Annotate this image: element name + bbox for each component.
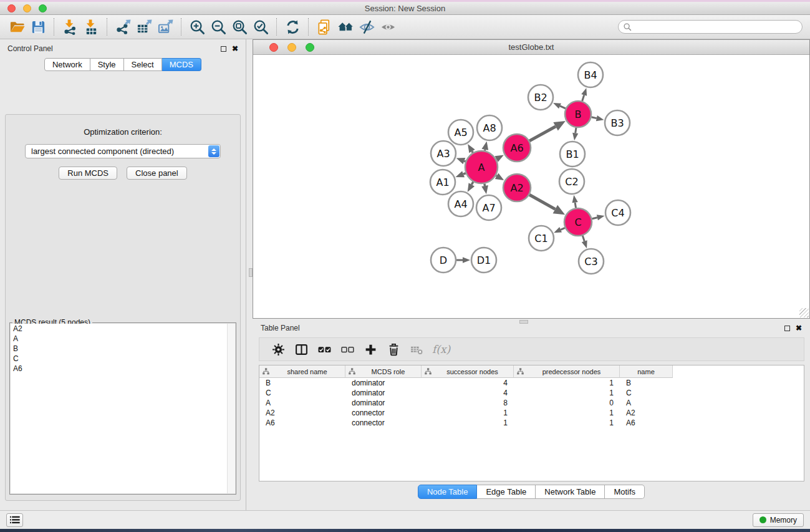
graph-node-A7[interactable]: A7 xyxy=(476,195,501,220)
export-table-button[interactable] xyxy=(133,17,155,37)
column-header-shared-name[interactable]: shared name xyxy=(259,365,345,378)
import-table-button[interactable] xyxy=(80,17,102,37)
table-cell[interactable]: dominator xyxy=(345,388,422,398)
graph-node-A6[interactable]: A6 xyxy=(503,134,531,162)
graph-node-D[interactable]: D xyxy=(431,248,456,273)
mcds-result-item[interactable]: C xyxy=(11,354,235,364)
table-settings-button[interactable] xyxy=(267,340,290,359)
graph-node-A5[interactable]: A5 xyxy=(448,120,473,145)
minimize-network-window-button[interactable] xyxy=(287,43,296,52)
graph-edge-C-C2[interactable] xyxy=(572,195,578,208)
column-header-name[interactable]: name xyxy=(620,365,673,378)
table-cell[interactable]: A xyxy=(620,398,673,408)
split-divider-grip[interactable] xyxy=(249,268,253,277)
column-header-successor-nodes[interactable]: successor nodes xyxy=(422,365,514,378)
float-panel-icon[interactable] xyxy=(221,46,226,52)
zoom-in-button[interactable] xyxy=(186,17,208,37)
graph-node-A1[interactable]: A1 xyxy=(430,170,455,195)
table-cell[interactable]: A2 xyxy=(259,408,345,418)
refresh-network-button[interactable] xyxy=(282,17,303,37)
graph-node-B2[interactable]: B2 xyxy=(528,85,553,110)
zoom-selected-button[interactable] xyxy=(250,17,271,37)
float-table-panel-icon[interactable] xyxy=(784,326,790,331)
network-window-titlebar[interactable]: testGlobe.txt xyxy=(253,40,809,55)
select-all-checkboxes-button[interactable] xyxy=(313,340,336,359)
graph-node-B[interactable]: B xyxy=(565,101,591,127)
graph-edge-B-B1[interactable] xyxy=(572,128,578,140)
graph-edge-A-A7[interactable] xyxy=(481,184,488,195)
table-cell[interactable]: 1 xyxy=(514,408,620,418)
memory-button[interactable]: Memory xyxy=(753,513,804,527)
table-cell[interactable]: A6 xyxy=(259,418,345,428)
export-network-button[interactable] xyxy=(112,17,133,37)
table-cell[interactable]: A xyxy=(259,398,345,408)
table-cell[interactable]: A2 xyxy=(620,408,673,418)
mcds-result-item[interactable]: A2 xyxy=(11,324,235,334)
close-table-panel-icon[interactable]: ✖ xyxy=(796,324,802,332)
table-cell[interactable]: connector xyxy=(345,408,422,418)
graph-node-C1[interactable]: C1 xyxy=(529,226,554,251)
zoom-fit-button[interactable] xyxy=(229,17,250,37)
show-columns-button[interactable] xyxy=(290,340,313,359)
close-network-window-button[interactable] xyxy=(269,43,278,52)
add-column-button[interactable] xyxy=(359,340,382,359)
graph-edge-C-C4[interactable] xyxy=(592,215,604,220)
export-image-button[interactable] xyxy=(155,17,176,37)
close-panel-button[interactable]: Close panel xyxy=(127,167,187,180)
search-field[interactable] xyxy=(618,20,803,34)
graph-node-B1[interactable]: B1 xyxy=(560,142,585,167)
table-cell[interactable]: 0 xyxy=(514,398,620,408)
graph-edge-A-A4[interactable] xyxy=(468,182,475,192)
graph-node-B4[interactable]: B4 xyxy=(578,62,603,87)
table-cell[interactable]: 4 xyxy=(422,388,514,398)
mcds-result-item[interactable]: B xyxy=(11,344,235,354)
split-divider-grip[interactable] xyxy=(519,320,528,324)
graph-node-C3[interactable]: C3 xyxy=(579,249,604,274)
zoom-out-button[interactable] xyxy=(208,17,229,37)
graph-node-A4[interactable]: A4 xyxy=(448,191,473,216)
window-resize-grip[interactable] xyxy=(799,308,809,317)
function-builder-button[interactable]: f(x) xyxy=(432,343,450,355)
table-cell[interactable]: dominator xyxy=(345,398,422,408)
show-graphics-details-button[interactable] xyxy=(377,17,398,37)
table-tab-network-table[interactable]: Network Table xyxy=(536,485,605,499)
close-panel-icon[interactable]: ✖ xyxy=(232,45,238,52)
table-row[interactable]: A2connector11A2 xyxy=(259,408,804,418)
table-tab-edge-table[interactable]: Edge Table xyxy=(477,485,536,499)
hide-panels-button[interactable] xyxy=(356,17,377,37)
graph-edge-B-B4[interactable] xyxy=(581,88,587,101)
result-list-scrollbar[interactable] xyxy=(227,324,235,493)
save-session-button[interactable] xyxy=(27,17,49,37)
delete-table-button[interactable] xyxy=(405,340,428,359)
network-canvas[interactable]: AA6A2BCA5A8A3A1A4A7B2B4B3B1C2C4C1C3DD1 xyxy=(253,55,809,318)
control-tab-mcds[interactable]: MCDS xyxy=(162,58,201,71)
optimization-criterion-select[interactable]: largest connected component (directed) xyxy=(25,144,221,158)
graph-edge-D-D1[interactable] xyxy=(456,257,470,263)
table-cell[interactable]: 1 xyxy=(514,378,620,388)
graph-edge-A6-B[interactable] xyxy=(529,121,566,141)
graph-node-A2[interactable]: A2 xyxy=(503,174,531,201)
table-cell[interactable]: 4 xyxy=(422,378,514,388)
graph-node-C[interactable]: C xyxy=(564,208,592,236)
table-cell[interactable]: C xyxy=(259,388,345,398)
close-window-button[interactable] xyxy=(7,4,16,12)
zoom-network-window-button[interactable] xyxy=(306,43,314,52)
table-cell[interactable]: 1 xyxy=(422,408,514,418)
table-row[interactable]: Adominator80A xyxy=(259,398,804,408)
control-tab-select[interactable]: Select xyxy=(124,58,162,71)
import-network-button[interactable] xyxy=(59,17,80,37)
table-tab-motifs[interactable]: Motifs xyxy=(605,485,645,499)
graph-node-C2[interactable]: C2 xyxy=(559,169,584,194)
table-cell[interactable]: C xyxy=(620,388,673,398)
search-input[interactable] xyxy=(635,22,797,31)
table-cell[interactable]: 1 xyxy=(422,418,514,428)
control-tab-network[interactable]: Network xyxy=(44,58,90,71)
graph-edge-A2-C[interactable] xyxy=(529,195,565,215)
table-cell[interactable]: dominator xyxy=(345,378,422,388)
table-cell[interactable]: B xyxy=(259,378,345,388)
graph-edge-A-A8[interactable] xyxy=(482,142,489,151)
show-all-panels-button[interactable] xyxy=(335,17,356,37)
task-history-button[interactable] xyxy=(6,513,23,527)
table-cell[interactable]: A6 xyxy=(620,418,673,428)
column-header-predecessor-nodes[interactable]: predecessor nodes xyxy=(514,365,620,378)
